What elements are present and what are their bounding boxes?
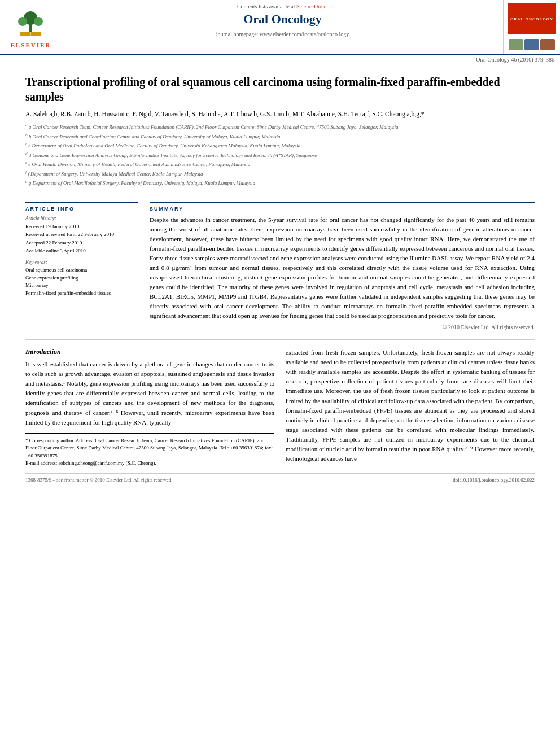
body-left-col: Introduction It is well established that… — [25, 348, 274, 467]
elsevier-logo-area: ELSEVIER — [0, 0, 62, 54]
authors-line: A. Saleh a,b, R.B. Zain b, H. Hussaini c… — [25, 110, 535, 119]
article-info-label: ARTICLE INFO — [25, 206, 138, 212]
article-history-label: Article history: — [25, 215, 138, 221]
affiliations: a a Oral Cancer Research Team, Cancer Re… — [25, 123, 535, 194]
affil-d: d d Genome and Gene Expression Analysis … — [25, 151, 535, 160]
introduction-heading: Introduction — [25, 348, 274, 356]
summary-label: SUMMARY — [150, 206, 535, 212]
journal-header: ELSEVIER Contents lists available at Sci… — [0, 0, 560, 55]
intro-paragraph-1: It is well established that cancer is dr… — [25, 360, 274, 427]
keyword-2: Gene expression profiling — [25, 274, 138, 282]
citation-text: Oral Oncology 46 (2010) 379–386 — [476, 56, 554, 63]
bottom-bar: 1368-8375/$ – see front matter © 2010 El… — [25, 473, 535, 483]
article-info-summary-section: ARTICLE INFO Article history: Received 1… — [25, 202, 535, 331]
keyword-3: Microarray — [25, 282, 138, 290]
summary-paragraph: Despite the advances in cancer treatment… — [150, 215, 535, 321]
oo-img-3 — [540, 39, 555, 50]
affil-f: f f Department of Surgery, University Ma… — [25, 169, 535, 178]
body-section: Introduction It is well established that… — [25, 348, 535, 467]
summary-section: SUMMARY Despite the advances in cancer t… — [150, 202, 535, 331]
available-date: Available online 3 April 2010 — [25, 247, 138, 255]
oo-img-1 — [509, 39, 523, 50]
copyright-line: © 2010 Elsevier Ltd. All rights reserved… — [150, 324, 535, 330]
journal-center: Contents lists available at ScienceDirec… — [62, 0, 504, 54]
intro-paragraph-2: extracted from fresh frozen samples. Unf… — [286, 348, 535, 464]
svg-point-3 — [18, 17, 27, 26]
article-info-col: ARTICLE INFO Article history: Received 1… — [25, 202, 138, 331]
svg-point-4 — [34, 17, 43, 26]
oo-logo-area: ORAL ONCOLOGY — [504, 0, 560, 54]
email-note: E-mail address: sokching.cheong@carif.co… — [25, 460, 274, 468]
journal-title: Oral Oncology — [243, 12, 322, 27]
summary-text: Despite the advances in cancer treatment… — [150, 215, 535, 321]
corresponding-author-note: * Corresponding author. Address: Oral Ca… — [25, 437, 274, 460]
affil-g: g g Department of Oral Maxillofacial Sur… — [25, 178, 535, 187]
oo-logo-box: ORAL ONCOLOGY — [508, 3, 556, 34]
citation-line: Oral Oncology 46 (2010) 379–386 — [0, 55, 560, 64]
authors-text: A. Saleh a,b, R.B. Zain b, H. Hussaini c… — [25, 111, 425, 117]
body-right-col: extracted from fresh frozen samples. Unf… — [286, 348, 535, 467]
affil-e: e e Oral Health Division, Ministry of He… — [25, 160, 535, 169]
page: ELSEVIER Contents lists available at Sci… — [0, 0, 560, 747]
keywords-label: Keywords: — [25, 259, 138, 265]
doi-text: doi:10.1016/j.oraloncology.2010.02.022 — [453, 477, 535, 483]
summary-col: SUMMARY Despite the advances in cancer t… — [150, 202, 535, 331]
keywords-section: Keywords: Oral squamous cell carcinoma G… — [25, 259, 138, 297]
main-content: Transcriptional profiling of oral squamo… — [0, 64, 560, 494]
affil-b: b b Oral Cancer Research and Coordinatin… — [25, 132, 535, 141]
footnotes: * Corresponding author. Address: Oral Ca… — [25, 433, 274, 468]
affil-c: c c Department of Oral Pathology and Ora… — [25, 141, 535, 150]
elsevier-logo-icon — [8, 6, 54, 40]
accepted-date: Accepted 22 February 2010 — [25, 239, 138, 247]
oo-logo-images — [509, 39, 555, 50]
sciencedirect-line: Contents lists available at ScienceDirec… — [237, 3, 328, 10]
issn-text: 1368-8375/$ – see front matter © 2010 El… — [25, 477, 173, 483]
article-info: ARTICLE INFO Article history: Received 1… — [25, 202, 138, 298]
oo-img-2 — [524, 39, 539, 50]
oo-logo-text: ORAL ONCOLOGY — [510, 17, 553, 21]
keyword-1: Oral squamous cell carcinoma — [25, 267, 138, 274]
elsevier-brand-text: ELSEVIER — [11, 42, 51, 49]
received-date: Received 19 January 2010 — [25, 222, 138, 230]
section-divider — [25, 339, 535, 340]
contents-available-text: Contents lists available at — [237, 3, 295, 10]
sciencedirect-link[interactable]: ScienceDirect — [296, 3, 328, 10]
article-title: Transcriptional profiling of oral squamo… — [25, 75, 535, 104]
keyword-4: Formalin-fixed paraffin-embedded tissues — [25, 290, 138, 298]
affil-a: a a Oral Cancer Research Team, Cancer Re… — [25, 123, 535, 132]
journal-homepage: journal homepage: www.elsevier.com/locat… — [216, 31, 349, 37]
received-revised-date: Received in revised form 22 February 201… — [25, 230, 138, 238]
dates-info: Received 19 January 2010 Received in rev… — [25, 222, 138, 255]
